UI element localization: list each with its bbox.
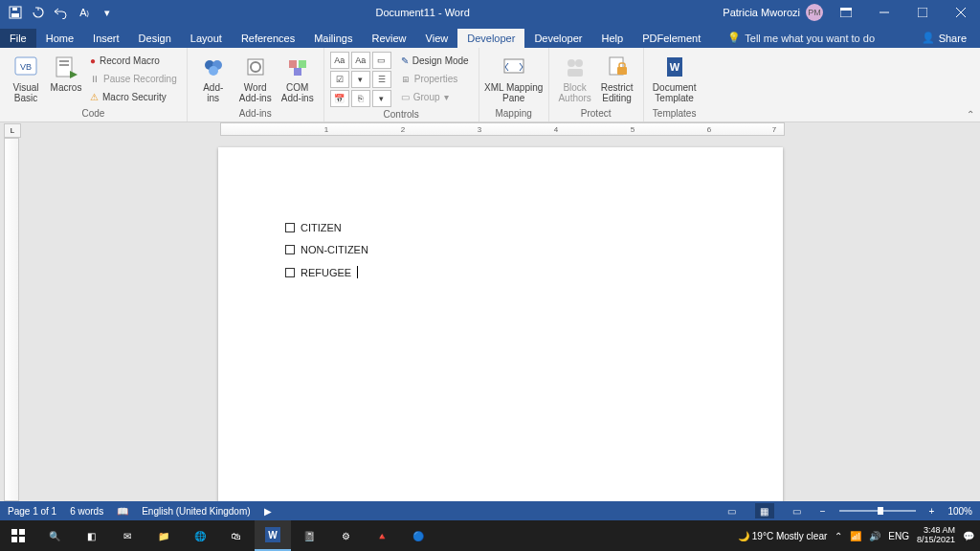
dropdown-control-icon[interactable]: ☰ xyxy=(372,71,391,88)
task-view-icon[interactable]: ◧ xyxy=(73,520,109,551)
visual-basic-button[interactable]: VB Visual Basic xyxy=(6,50,46,105)
font-icon[interactable]: A) xyxy=(75,3,94,22)
tab-view[interactable]: View xyxy=(416,29,458,48)
minimize-button[interactable] xyxy=(865,0,903,25)
picture-control-icon[interactable]: ▭ xyxy=(372,52,391,69)
weather-widget[interactable]: 🌙 19°C Mostly clear xyxy=(738,531,827,541)
legacy-tools-icon[interactable]: ▾ xyxy=(372,90,391,107)
ribbon: VB Visual Basic Macros ●Record Macro ⏸Pa… xyxy=(0,48,980,122)
repeat-icon[interactable] xyxy=(29,3,48,22)
page-number[interactable]: Page 1 of 1 xyxy=(8,506,56,517)
vertical-ruler[interactable] xyxy=(4,138,19,501)
chrome-icon[interactable]: 🔵 xyxy=(400,520,436,551)
tab-pdfelement[interactable]: PDFelement xyxy=(633,29,710,48)
pause-recording-button[interactable]: ⏸Pause Recording xyxy=(86,70,181,87)
com-addins-button[interactable]: COM Add-ins xyxy=(278,50,318,103)
spellcheck-icon[interactable]: 📖 xyxy=(117,506,128,517)
checkbox-icon[interactable] xyxy=(285,268,295,277)
maximize-button[interactable] xyxy=(903,0,942,25)
plaintext-control-icon[interactable]: Aa xyxy=(351,52,370,69)
word-taskbar-icon[interactable]: W xyxy=(255,520,291,551)
edge-icon[interactable]: 🌐 xyxy=(182,520,218,551)
tab-design[interactable]: Design xyxy=(129,29,181,48)
mail-icon[interactable]: ✉ xyxy=(109,520,145,551)
store-icon[interactable]: 🛍 xyxy=(218,520,255,551)
svg-rect-20 xyxy=(289,60,297,68)
group-label-code: Code xyxy=(6,106,181,121)
datepicker-control-icon[interactable]: 📅 xyxy=(330,90,349,107)
svg-rect-6 xyxy=(918,8,927,17)
settings-icon[interactable]: ⚙ xyxy=(327,520,364,551)
file-explorer-icon[interactable]: 📁 xyxy=(145,520,182,551)
addins-button[interactable]: Add- ins xyxy=(193,50,234,103)
web-layout-icon[interactable]: ▭ xyxy=(788,503,807,518)
print-layout-icon[interactable]: ▦ xyxy=(755,503,774,518)
record-macro-button[interactable]: ●Record Macro xyxy=(86,52,181,69)
group-button[interactable]: ▭Group ▾ xyxy=(397,88,473,105)
combobox-control-icon[interactable]: ▾ xyxy=(351,71,370,88)
ribbon-display-icon[interactable] xyxy=(827,0,865,25)
tab-help[interactable]: Help xyxy=(592,29,634,48)
com-addins-label: COM Add-ins xyxy=(281,82,314,103)
share-icon: 👤 xyxy=(922,32,935,44)
save-icon[interactable] xyxy=(6,3,25,22)
checkbox-control-icon[interactable]: ☑ xyxy=(330,71,349,88)
zoom-out-button[interactable]: − xyxy=(820,506,826,517)
zoom-level[interactable]: 100% xyxy=(947,506,972,517)
user-avatar[interactable]: PM xyxy=(806,4,823,21)
tab-review[interactable]: Review xyxy=(363,29,416,48)
volume-icon[interactable]: 🔊 xyxy=(869,531,880,541)
tab-developer-2[interactable]: Developer xyxy=(524,29,591,48)
notifications-icon[interactable]: 💬 xyxy=(963,531,974,541)
vlc-icon[interactable]: 🔺 xyxy=(364,520,400,551)
tab-references[interactable]: References xyxy=(232,29,304,48)
word-addins-button[interactable]: Word Add-ins xyxy=(235,50,276,103)
checkbox-icon[interactable] xyxy=(285,245,295,254)
macros-button[interactable]: Macros xyxy=(48,50,84,105)
status-bar: Page 1 of 1 6 words 📖 English (United Ki… xyxy=(0,501,980,520)
properties-button[interactable]: 🗉Properties xyxy=(397,70,473,87)
zoom-in-button[interactable]: + xyxy=(929,506,935,517)
share-button[interactable]: 👤 Share xyxy=(908,28,980,48)
onenote-icon[interactable]: 📓 xyxy=(291,520,327,551)
word-count[interactable]: 6 words xyxy=(70,506,103,517)
input-language[interactable]: ENG xyxy=(888,531,909,541)
tab-selector[interactable]: L xyxy=(4,123,21,138)
horizontal-ruler[interactable]: 1234567 xyxy=(220,122,785,136)
tab-layout[interactable]: Layout xyxy=(181,29,232,48)
tab-developer[interactable]: Developer xyxy=(457,29,524,48)
richtext-control-icon[interactable]: Aa xyxy=(330,52,349,69)
wifi-icon[interactable]: 📶 xyxy=(850,531,861,541)
page[interactable]: CITIZEN NON-CITIZEN REFUGEE xyxy=(218,147,783,501)
restrict-editing-button[interactable]: Restrict Editing xyxy=(597,50,637,103)
read-mode-icon[interactable]: ▭ xyxy=(723,503,742,518)
qat-customize-icon[interactable]: ▾ xyxy=(98,3,117,22)
tab-file[interactable]: File xyxy=(0,29,36,48)
close-button[interactable] xyxy=(942,0,980,25)
design-mode-button[interactable]: ✎Design Mode xyxy=(397,52,473,69)
repeating-control-icon[interactable]: ⎘ xyxy=(351,90,370,107)
start-button[interactable] xyxy=(0,520,36,551)
macro-record-status-icon[interactable]: ▶ xyxy=(264,506,272,517)
svg-rect-33 xyxy=(19,529,25,535)
tab-mailings[interactable]: Mailings xyxy=(304,29,362,48)
clock[interactable]: 3:48 AM 8/15/2021 xyxy=(917,526,955,545)
document-template-button[interactable]: W Document Template xyxy=(650,50,700,103)
tab-insert[interactable]: Insert xyxy=(83,29,129,48)
tray-chevron-icon[interactable]: ⌃ xyxy=(835,531,842,541)
collapse-ribbon-icon[interactable]: ⌃ xyxy=(967,109,974,120)
document-content[interactable]: CITIZEN NON-CITIZEN REFUGEE xyxy=(285,222,368,289)
xml-mapping-button[interactable]: XML Mapping Pane xyxy=(485,50,543,103)
tell-me[interactable]: 💡 Tell me what you want to do xyxy=(718,28,884,48)
tab-home[interactable]: Home xyxy=(36,29,83,48)
svg-point-25 xyxy=(575,59,583,67)
block-authors-button[interactable]: Block Authors xyxy=(555,50,595,103)
group-protect: Block Authors Restrict Editing Protect xyxy=(549,48,644,121)
checkbox-icon[interactable] xyxy=(285,223,295,232)
macro-security-button[interactable]: ⚠Macro Security xyxy=(86,88,181,105)
undo-icon[interactable] xyxy=(52,3,71,22)
language[interactable]: English (United Kingdom) xyxy=(142,506,250,517)
zoom-slider[interactable] xyxy=(839,510,916,512)
design-icon: ✎ xyxy=(401,55,409,66)
search-icon[interactable]: 🔍 xyxy=(36,520,73,551)
